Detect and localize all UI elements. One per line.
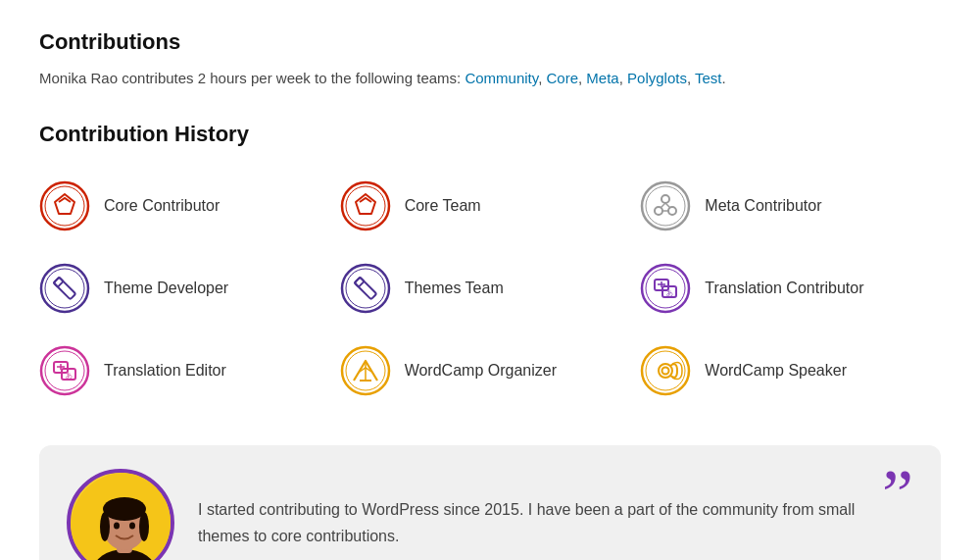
- badge-core-team: Core Team: [340, 171, 641, 241]
- core-team-label: Core Team: [405, 197, 481, 215]
- link-community[interactable]: Community: [465, 70, 538, 86]
- svg-point-41: [646, 351, 685, 390]
- badge-translation-editor: あ Translation Editor: [39, 335, 340, 406]
- svg-point-19: [346, 269, 385, 308]
- svg-line-11: [661, 203, 665, 208]
- link-meta[interactable]: Meta: [586, 70, 618, 86]
- badges-grid: Core Contributor Core Team Meta Contribu…: [39, 171, 941, 406]
- badge-translation-contributor: あ Translation Contributor: [640, 253, 941, 324]
- theme-developer-label: Theme Developer: [104, 280, 228, 297]
- avatar: [67, 469, 174, 560]
- svg-point-42: [659, 364, 672, 378]
- theme-developer-icon: [39, 263, 90, 314]
- svg-text:あ: あ: [66, 372, 73, 380]
- wordcamp-speaker-label: WordCamp Speaker: [705, 362, 847, 380]
- translation-editor-icon: あ: [39, 345, 90, 396]
- svg-point-52: [129, 523, 135, 530]
- quote-text: I started contributing to WordPress sinc…: [198, 496, 858, 549]
- translation-editor-label: Translation Editor: [104, 362, 226, 380]
- contributions-description: Monika Rao contributes 2 hours per week …: [39, 67, 941, 90]
- svg-point-30: [45, 351, 84, 390]
- badge-theme-developer: Theme Developer: [39, 253, 340, 324]
- link-test[interactable]: Test: [695, 70, 722, 86]
- contributions-title: Contributions: [39, 29, 941, 55]
- badge-wordcamp-speaker: WordCamp Speaker: [640, 335, 941, 406]
- svg-rect-17: [54, 278, 64, 287]
- core-team-icon: [340, 180, 391, 231]
- wordcamp-organizer-label: WordCamp Organizer: [405, 362, 557, 380]
- contributions-prefix: Monika Rao contributes 2 hours per week …: [39, 70, 465, 86]
- quote-mark-icon: ”: [882, 459, 913, 530]
- svg-point-6: [642, 182, 689, 229]
- svg-line-12: [665, 203, 670, 208]
- svg-point-3: [342, 182, 389, 229]
- meta-contributor-icon: [640, 180, 691, 231]
- svg-point-29: [41, 347, 88, 394]
- themes-team-label: Themes Team: [405, 280, 504, 297]
- core-contributor-icon: [39, 180, 90, 231]
- badge-themes-team: Themes Team: [340, 253, 641, 324]
- svg-point-43: [662, 368, 669, 375]
- core-contributor-label: Core Contributor: [104, 197, 220, 215]
- badge-wordcamp-organizer: WordCamp Organizer: [340, 335, 641, 406]
- svg-point-23: [646, 269, 685, 308]
- svg-point-7: [646, 186, 685, 226]
- badge-core-contributor: Core Contributor: [39, 171, 340, 241]
- svg-point-1: [45, 186, 84, 226]
- svg-point-22: [642, 265, 689, 312]
- svg-point-51: [114, 523, 120, 530]
- history-title: Contribution History: [39, 122, 941, 147]
- translation-contributor-icon: あ: [640, 263, 691, 314]
- link-core[interactable]: Core: [547, 70, 579, 86]
- svg-point-50: [139, 512, 149, 541]
- themes-team-icon: [340, 263, 391, 314]
- wordcamp-speaker-icon: [640, 345, 691, 396]
- svg-text:あ: あ: [666, 289, 673, 297]
- svg-point-0: [41, 182, 88, 229]
- badge-meta-contributor: Meta Contributor: [640, 171, 941, 241]
- svg-point-49: [100, 512, 110, 541]
- quote-section: I started contributing to WordPress sinc…: [39, 445, 941, 560]
- translation-contributor-label: Translation Contributor: [705, 280, 863, 297]
- wordcamp-organizer-icon: [340, 345, 391, 396]
- link-polyglots[interactable]: Polyglots: [627, 70, 687, 86]
- svg-point-48: [103, 497, 146, 521]
- svg-rect-21: [354, 278, 364, 287]
- svg-point-8: [662, 195, 669, 203]
- svg-point-15: [45, 269, 84, 308]
- meta-contributor-label: Meta Contributor: [705, 197, 821, 215]
- svg-point-14: [41, 265, 88, 312]
- svg-point-18: [342, 265, 389, 312]
- svg-point-4: [346, 186, 385, 226]
- avatar-image: [71, 473, 174, 560]
